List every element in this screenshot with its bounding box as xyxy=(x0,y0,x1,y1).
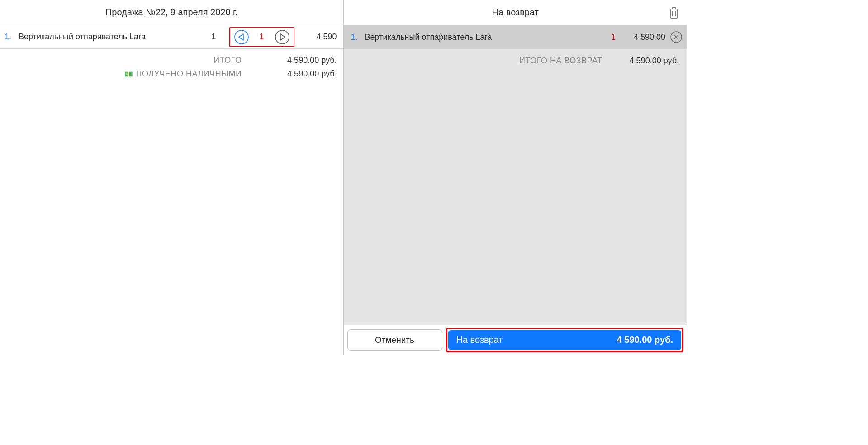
return-total-label: ИТОГО НА ВОЗВРАТ xyxy=(519,56,602,66)
return-button-label: На возврат xyxy=(456,335,503,345)
triangle-left-icon xyxy=(234,29,249,45)
clear-return-button[interactable] xyxy=(667,5,681,20)
return-title: На возврат xyxy=(492,7,539,18)
return-pane: На возврат 1. Вертикальный отпариватель … xyxy=(344,0,688,355)
return-item-qty: 1 xyxy=(598,33,616,42)
cash-icon: 💵 xyxy=(124,70,133,78)
return-button-amount: 4 590.00 руб. xyxy=(617,335,673,345)
sale-pane: Продажа №22, 9 апреля 2020 г. 1. Вертика… xyxy=(0,0,344,355)
sale-totals: ИТОГО 4 590.00 руб. 💵ПОЛУЧЕНО НАЛИЧНЫМИ … xyxy=(0,49,343,80)
return-button-highlight: На возврат 4 590.00 руб. xyxy=(446,328,684,352)
return-item-name: Вертикальный отпариватель Lara xyxy=(365,33,598,42)
cancel-button[interactable]: Отменить xyxy=(347,329,442,351)
return-item-index: 1. xyxy=(351,33,358,42)
trash-icon xyxy=(669,6,679,19)
cash-label-text: ПОЛУЧЕНО НАЛИЧНЫМИ xyxy=(136,69,242,78)
qty-increment-button[interactable] xyxy=(275,29,290,45)
svg-point-0 xyxy=(235,30,248,44)
qty-stepper: 1 xyxy=(229,27,294,47)
return-header: На возврат xyxy=(344,0,688,25)
sale-item-price: 4 590 xyxy=(301,32,337,42)
sale-title: Продажа №22, 9 апреля 2020 г. xyxy=(105,7,238,18)
svg-point-1 xyxy=(275,30,289,44)
sale-item-name: Вертикальный отпариватель Lara xyxy=(19,32,204,42)
qty-decrement-button[interactable] xyxy=(234,29,249,45)
return-footer: Отменить На возврат 4 590.00 руб. xyxy=(344,325,688,355)
app-root: Продажа №22, 9 апреля 2020 г. 1. Вертика… xyxy=(0,0,687,355)
itogo-label: ИТОГО xyxy=(213,56,242,65)
return-body: ИТОГО НА ВОЗВРАТ 4 590.00 руб. xyxy=(344,49,688,325)
qty-value: 1 xyxy=(257,32,266,42)
sale-item-orig-qty: 1 xyxy=(205,32,223,42)
itogo-value: 4 590.00 руб. xyxy=(260,56,337,65)
total-line-cash: 💵ПОЛУЧЕНО НАЛИЧНЫМИ 4 590.00 руб. xyxy=(0,67,337,80)
return-item-price: 4 590.00 xyxy=(616,33,665,42)
triangle-right-icon xyxy=(275,29,290,45)
total-line-itogo: ИТОГО 4 590.00 руб. xyxy=(0,53,337,67)
sale-item-row: 1. Вертикальный отпариватель Lara 1 1 xyxy=(0,25,343,49)
cancel-button-label: Отменить xyxy=(375,335,414,345)
return-totals: ИТОГО НА ВОЗВРАТ 4 590.00 руб. xyxy=(344,49,688,66)
return-total-value: 4 590.00 руб. xyxy=(630,56,679,66)
sale-item-index: 1. xyxy=(5,32,11,42)
return-item-remove-button[interactable] xyxy=(670,31,683,43)
close-icon xyxy=(670,31,683,43)
return-button[interactable]: На возврат 4 590.00 руб. xyxy=(448,330,682,350)
cash-value: 4 590.00 руб. xyxy=(260,69,337,79)
cash-label: 💵ПОЛУЧЕНО НАЛИЧНЫМИ xyxy=(124,69,242,79)
return-item-row: 1. Вертикальный отпариватель Lara 1 4 59… xyxy=(344,25,688,49)
sale-header: Продажа №22, 9 апреля 2020 г. xyxy=(0,0,343,25)
